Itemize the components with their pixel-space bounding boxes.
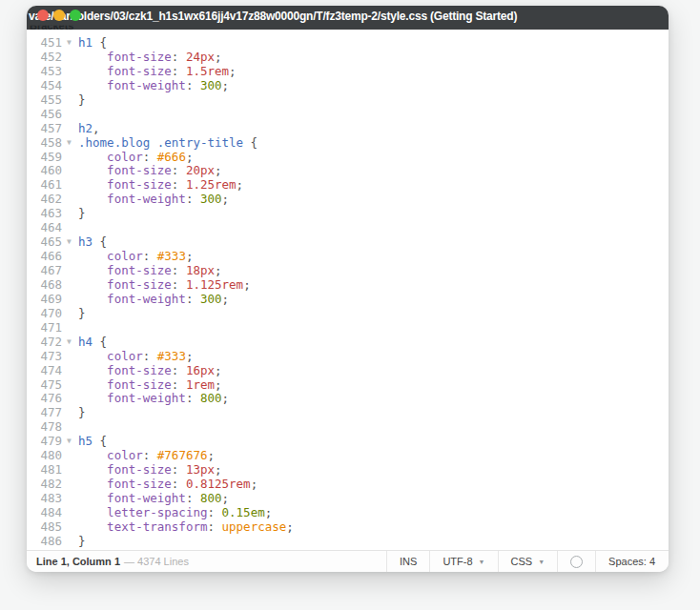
code-line[interactable]: 484 letter-spacing: 0.15em; bbox=[27, 506, 669, 520]
encoding-dropdown[interactable]: UTF-8 ▼ bbox=[429, 551, 497, 572]
code-token: ; bbox=[186, 349, 194, 363]
code-token: ; bbox=[222, 192, 230, 206]
line-number: 471 bbox=[27, 321, 62, 336]
code-token: ; bbox=[215, 377, 222, 392]
code-line[interactable]: 478 bbox=[27, 420, 669, 435]
zoom-button[interactable] bbox=[70, 10, 81, 21]
code-token: : bbox=[186, 391, 200, 405]
code-line[interactable]: 482 font-size: 0.8125rem; bbox=[27, 478, 669, 492]
lint-status-indicator[interactable] bbox=[557, 551, 595, 572]
minimize-button[interactable] bbox=[53, 10, 65, 21]
code-token: : bbox=[207, 519, 221, 534]
code-line[interactable]: 459 color: #666; bbox=[27, 151, 669, 165]
code-token: { bbox=[93, 335, 107, 349]
code-token bbox=[78, 277, 107, 292]
line-number: 453 bbox=[27, 65, 62, 79]
code-token bbox=[78, 505, 107, 519]
code-line[interactable]: 464 bbox=[27, 221, 669, 235]
code-line[interactable]: 474 font-size: 16px; bbox=[27, 364, 669, 378]
code-line[interactable]: 463} bbox=[27, 207, 669, 221]
code-line[interactable]: 455} bbox=[27, 93, 669, 108]
code-token: : bbox=[172, 277, 186, 292]
code-line[interactable]: 475 font-size: 1rem; bbox=[27, 378, 669, 393]
language-dropdown[interactable]: CSS ▼ bbox=[498, 551, 558, 572]
code-token: : bbox=[172, 477, 186, 491]
code-line[interactable]: 458▼.home.blog .entry-title { bbox=[27, 136, 669, 151]
code-token: uppercase bbox=[222, 519, 287, 534]
code-token: { bbox=[93, 434, 107, 448]
code-line[interactable]: 471 bbox=[27, 321, 669, 336]
code-line[interactable]: 473 color: #333; bbox=[27, 350, 669, 364]
code-line[interactable]: 460 font-size: 20px; bbox=[27, 164, 669, 178]
line-number: 465 bbox=[27, 235, 62, 250]
fold-arrow-icon[interactable]: ▼ bbox=[67, 136, 72, 151]
code-token bbox=[78, 448, 107, 462]
fold-arrow-icon[interactable]: ▼ bbox=[67, 336, 72, 350]
fold-arrow-icon[interactable]: ▼ bbox=[67, 235, 72, 250]
code-token: : bbox=[172, 177, 186, 192]
line-number: 456 bbox=[27, 108, 62, 122]
line-number: 458 bbox=[27, 136, 62, 151]
code-token bbox=[78, 363, 107, 377]
code-line[interactable]: 456 bbox=[27, 108, 669, 122]
code-line[interactable]: 468 font-size: 1.125rem; bbox=[27, 278, 669, 293]
code-line[interactable]: 480 color: #767676; bbox=[27, 449, 669, 463]
code-token: { bbox=[243, 135, 257, 150]
code-token bbox=[78, 519, 107, 534]
code-line[interactable]: 470} bbox=[27, 307, 669, 321]
line-number: 459 bbox=[27, 151, 62, 165]
code-line[interactable]: 485 text-transform: uppercase; bbox=[27, 520, 669, 535]
code-line[interactable]: 467 font-size: 18px; bbox=[27, 264, 669, 278]
editor-window: vate/var/folders/03/czk1_h1s1wx616jj4v17… bbox=[27, 6, 669, 572]
line-number: 472 bbox=[27, 336, 62, 350]
code-token: h1 bbox=[78, 35, 93, 50]
code-line[interactable]: 453 font-size: 1.5rem; bbox=[27, 65, 669, 79]
language-label: CSS bbox=[511, 556, 533, 567]
code-token: ; bbox=[222, 78, 230, 92]
cursor-position: Line 1, Column 1 bbox=[36, 556, 120, 567]
code-editor[interactable]: 451▼h1 {452 font-size: 24px;453 font-siz… bbox=[27, 30, 669, 557]
code-line[interactable]: 466 color: #333; bbox=[27, 250, 669, 264]
code-token: { bbox=[93, 234, 107, 249]
code-token: : bbox=[172, 163, 186, 177]
line-number: 454 bbox=[27, 79, 62, 93]
line-number: 486 bbox=[27, 535, 62, 549]
code-line[interactable]: 454 font-weight: 300; bbox=[27, 79, 669, 93]
indent-label: Spaces: bbox=[608, 556, 649, 567]
code-token: } bbox=[78, 306, 86, 320]
code-line[interactable]: 476 font-weight: 800; bbox=[27, 392, 669, 406]
overwrite-toggle[interactable]: INS bbox=[386, 551, 429, 572]
code-line[interactable]: 477} bbox=[27, 406, 669, 420]
code-token: : bbox=[207, 505, 221, 519]
code-token bbox=[78, 349, 107, 363]
code-line[interactable]: 483 font-weight: 800; bbox=[27, 492, 669, 506]
code-line[interactable]: 457h2, bbox=[27, 122, 669, 136]
close-button[interactable] bbox=[37, 10, 49, 21]
line-number: 485 bbox=[27, 520, 62, 535]
code-line[interactable]: 452 font-size: 24px; bbox=[27, 51, 669, 65]
code-line[interactable]: 472▼h4 { bbox=[27, 336, 669, 350]
code-token: ; bbox=[215, 163, 222, 177]
code-line[interactable]: 462 font-weight: 300; bbox=[27, 193, 669, 207]
code-token bbox=[78, 163, 107, 177]
code-token: ; bbox=[243, 277, 251, 292]
indent-settings[interactable]: Spaces: 4 bbox=[595, 551, 669, 572]
code-token: #767676 bbox=[157, 448, 208, 462]
code-line[interactable]: 469 font-weight: 300; bbox=[27, 293, 669, 307]
title-bar[interactable]: vate/var/folders/03/czk1_h1s1wx616jj4v17… bbox=[27, 6, 669, 30]
line-number: 484 bbox=[27, 506, 62, 520]
code-token: color bbox=[107, 150, 143, 164]
code-line[interactable]: 479▼h5 { bbox=[27, 435, 669, 449]
code-line[interactable]: 486} bbox=[27, 535, 669, 549]
code-line[interactable]: 451▼h1 { bbox=[27, 36, 669, 51]
code-token: : bbox=[172, 50, 186, 64]
code-token: font-weight bbox=[107, 192, 186, 206]
code-token: ; bbox=[222, 292, 230, 306]
code-token: 13px bbox=[186, 462, 215, 477]
fold-arrow-icon[interactable]: ▼ bbox=[67, 36, 72, 51]
code-line[interactable]: 461 font-size: 1.25rem; bbox=[27, 178, 669, 193]
code-line[interactable]: 481 font-size: 13px; bbox=[27, 463, 669, 478]
chevron-down-icon: ▼ bbox=[479, 559, 485, 565]
fold-arrow-icon[interactable]: ▼ bbox=[67, 435, 72, 449]
code-line[interactable]: 465▼h3 { bbox=[27, 235, 669, 250]
